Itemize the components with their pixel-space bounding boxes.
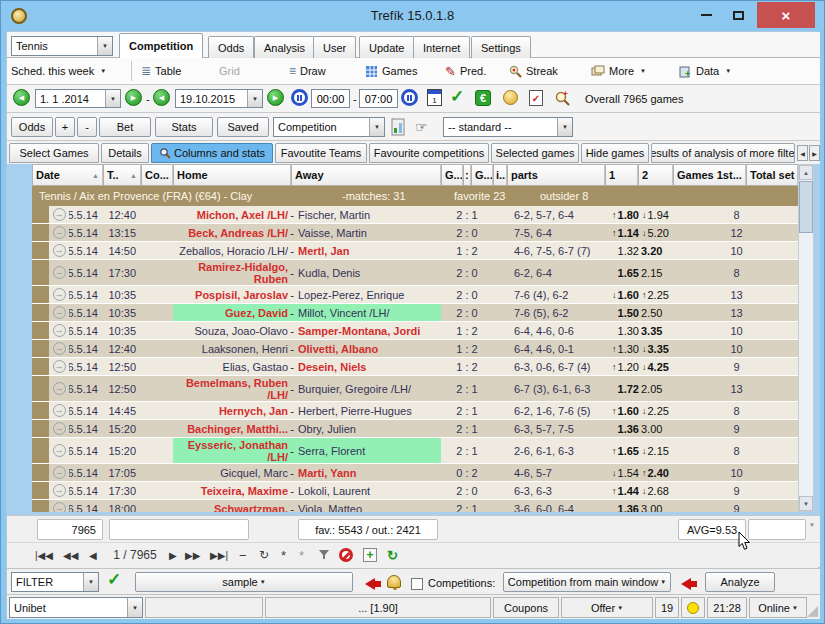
tab-selected-games[interactable]: Selected games [491, 143, 579, 163]
resize-grip[interactable]: ◢ [807, 602, 818, 618]
col-header-games-1st[interactable]: Games 1st... [673, 164, 746, 186]
odds-button[interactable]: Odds [11, 117, 53, 137]
maximize-button[interactable] [723, 2, 753, 28]
tab-favourite-competitions[interactable]: Favourite competitions [369, 143, 489, 163]
col-header-odds1[interactable]: 1 [605, 164, 638, 186]
filter-apply-check-icon[interactable]: ✓ [107, 569, 121, 590]
zoom-plus-icon[interactable]: + [555, 90, 571, 106]
table-row[interactable]: →5.5.1417:30Ramirez-Hidalgo,Ruben-Kudla,… [32, 260, 798, 286]
red-arrow-left-icon[interactable] [681, 576, 691, 594]
tab-scroll-left[interactable]: ◀ [797, 145, 808, 161]
tab-competition[interactable]: Competition [119, 33, 203, 58]
time-from-input[interactable]: 00:00 [311, 89, 350, 108]
competition-group-row[interactable]: Tennis / Aix en Provence (FRA) (€64) - C… [32, 186, 798, 206]
row-expand-icon[interactable]: → [53, 288, 66, 301]
preset-select[interactable]: -- standard --▼ [443, 117, 573, 137]
minimize-button[interactable] [691, 2, 721, 28]
col-header-time[interactable]: T..▲ [103, 164, 141, 186]
row-expand-icon[interactable]: → [53, 466, 66, 479]
pointing-finger-icon[interactable]: ☞ [415, 119, 428, 135]
chevron-down-icon[interactable]: ▼ [557, 118, 572, 136]
online-button[interactable]: Online▼ [749, 597, 807, 618]
row-expand-icon[interactable]: → [53, 208, 66, 221]
table-row[interactable]: →6.5.1417:30Teixeira, Maxime-Lokoli, Lau… [32, 482, 798, 500]
saved-button[interactable]: Saved [217, 117, 269, 137]
competition-source-select[interactable]: Competition from main window▼ [503, 572, 671, 592]
tab-select-games[interactable]: Select Games [9, 143, 99, 163]
vertical-scroll-thumb[interactable] [799, 181, 813, 233]
date-to-select[interactable]: 19.10.2015▼ [175, 89, 263, 108]
tab-update[interactable]: Update [359, 36, 414, 58]
tab-favoutite-teams[interactable]: Favoutite Teams [275, 143, 367, 163]
row-expand-icon[interactable]: → [53, 404, 66, 417]
tab-hide-games[interactable]: Hide games [581, 143, 649, 163]
chevron-down-icon[interactable]: ▼ [97, 37, 112, 55]
chevron-down-icon[interactable]: ▼ [369, 118, 384, 136]
tab-results-of-analysis[interactable]: Results of analysis of more filters [651, 143, 795, 163]
table-row[interactable]: →5.5.1414:50Zeballos, Horacio /LH/-Mertl… [32, 242, 798, 260]
table-row[interactable]: →6.5.1415:20Bachinger, Matthi...-Obry, J… [32, 420, 798, 438]
tab-columns-and-stats[interactable]: Columns and stats [151, 143, 273, 163]
date-to-next-icon[interactable]: ▶ [267, 89, 284, 106]
nav-first-icon[interactable]: |◀◀ [35, 547, 53, 563]
plus-button[interactable]: + [55, 117, 75, 137]
bell-icon[interactable] [387, 574, 401, 592]
row-expand-icon[interactable]: → [53, 306, 66, 319]
row-expand-icon[interactable]: → [53, 502, 66, 512]
streak-button[interactable]: Streak [509, 61, 558, 81]
date-to-prev-icon[interactable]: ◀ [153, 89, 170, 106]
col-header-home[interactable]: Home [173, 164, 291, 186]
time-to-input[interactable]: 07:00 [359, 89, 398, 108]
refresh-green-icon[interactable]: ↻ [387, 547, 398, 563]
time-to-clock-icon[interactable] [401, 89, 418, 106]
col-header-info[interactable]: i... [493, 164, 507, 186]
euro-icon[interactable]: € [475, 90, 491, 106]
calendar-icon[interactable]: 1 [427, 89, 442, 106]
more-button[interactable]: More▼ [591, 61, 646, 81]
time-from-clock-icon[interactable] [291, 89, 308, 106]
col-header-parts[interactable]: parts [507, 164, 605, 186]
checklist-icon[interactable]: ✓ [529, 90, 543, 106]
filter-funnel-icon[interactable] [319, 547, 330, 563]
edit-record-icon[interactable]: * [281, 547, 286, 563]
table-button[interactable]: ≣Table [141, 61, 181, 81]
sport-select[interactable]: Tennis ▼ [11, 36, 113, 56]
row-expand-icon[interactable]: → [53, 444, 66, 457]
tab-scroll-right[interactable]: ▶ [809, 145, 820, 161]
table-row[interactable]: →6.5.1414:45Hernych, Jan-Herbert, Pierre… [32, 402, 798, 420]
bookmaker-select[interactable]: Unibet▼ [9, 597, 143, 618]
date-from-prev-icon[interactable]: ◀ [13, 89, 30, 106]
offer-button[interactable]: Offer▼ [561, 597, 653, 618]
col-header-total-set[interactable]: Total set [746, 164, 798, 186]
sched-this-week-button[interactable]: Sched. this week▼ [11, 61, 106, 81]
splitter-down-icon[interactable]: ▼ [809, 522, 815, 528]
table-row[interactable]: →6.5.1412:40Laaksonen, Henri-Olivetti, A… [32, 340, 798, 358]
row-expand-icon[interactable]: → [53, 484, 66, 497]
chevron-down-icon[interactable]: ▼ [247, 90, 262, 107]
chevron-down-icon[interactable]: ▼ [83, 573, 98, 591]
draw-button[interactable]: ≡Draw [289, 61, 326, 81]
col-header-g-home[interactable]: G... [441, 164, 463, 186]
row-expand-icon[interactable]: → [53, 226, 66, 239]
data-button[interactable]: + Data▼ [679, 61, 731, 81]
vertical-scrollbar[interactable]: ▲ ▼ [798, 164, 814, 512]
tab-user[interactable]: User [313, 36, 356, 58]
delete-record-icon[interactable]: − [239, 547, 247, 563]
pred-button[interactable]: ✎Pred. [445, 61, 486, 81]
scroll-up-icon[interactable]: ▲ [799, 165, 813, 180]
col-header-competition[interactable]: Co... [141, 164, 173, 186]
table-row[interactable]: →6.5.1410:35Guez, David-Millot, Vincent … [32, 304, 798, 322]
view-select[interactable]: Competition▼ [273, 117, 385, 137]
table-row[interactable]: →6.5.1417:05Gicquel, Marc-Marti, Yann0 :… [32, 464, 798, 482]
filter-select[interactable]: FILTER▼ [11, 572, 99, 592]
no-entry-icon[interactable] [339, 547, 353, 563]
col-header-g-away[interactable]: G... [471, 164, 493, 186]
coupons-button[interactable]: Coupons [493, 597, 559, 618]
col-header-away[interactable]: Away [291, 164, 441, 186]
analyze-button[interactable]: Analyze [705, 572, 775, 592]
row-expand-icon[interactable]: → [53, 422, 66, 435]
minus-button[interactable]: - [77, 117, 97, 137]
chevron-down-icon[interactable]: ▼ [105, 90, 120, 107]
date-from-next-icon[interactable]: ▶ [125, 89, 142, 106]
table-row[interactable]: →6.5.1415:20Eysseric, Jonathan/LH/-Serra… [32, 438, 798, 464]
